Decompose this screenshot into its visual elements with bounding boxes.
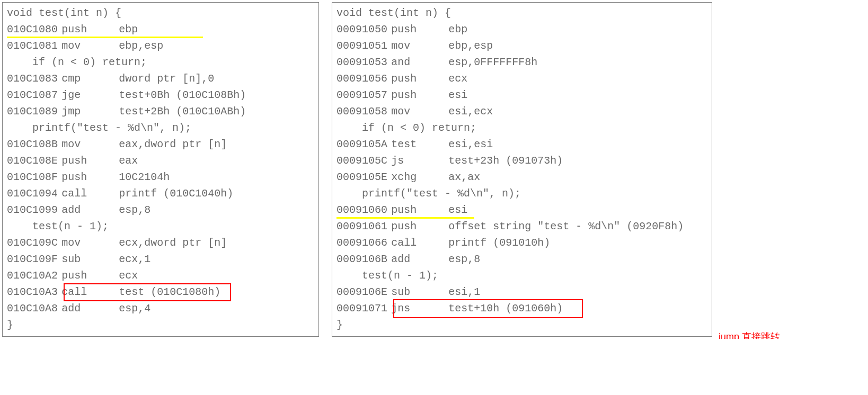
asm-line: 010C1089 jmp test+2Bh (010C10ABh) <box>7 103 314 120</box>
src-line: } <box>7 317 314 333</box>
operand: ebp,esp <box>448 38 493 54</box>
asm-line: 010C1083 cmp dword ptr [n],0 <box>7 70 314 87</box>
mnemonic: push <box>61 169 119 185</box>
mnemonic: mov <box>61 38 119 54</box>
operand: test+10h (091060h) <box>448 300 563 317</box>
src-text: } <box>336 317 343 333</box>
annotation-text: jump 直接跳转 <box>719 330 780 339</box>
operand: esi,1 <box>448 284 480 300</box>
src-line: } <box>336 317 707 333</box>
operand: ecx <box>119 267 138 284</box>
mnemonic: mov <box>61 235 119 251</box>
address: 010C1089 <box>7 103 61 120</box>
address: 00091071 <box>336 300 391 317</box>
asm-line: 010C1087 jge test+0Bh (010C108Bh) <box>7 87 314 103</box>
mnemonic: push <box>61 267 119 284</box>
address: 010C108B <box>7 136 61 152</box>
mnemonic: push <box>61 21 119 38</box>
mnemonic: sub <box>391 284 448 300</box>
asm-line: 00091071 jns test+10h (091060h) <box>336 300 707 317</box>
src-line: printf("test - %d\n", n); <box>336 185 707 202</box>
address: 010C108F <box>7 169 61 185</box>
asm-line: 010C1080 push ebp <box>7 21 314 38</box>
mnemonic: add <box>61 202 119 218</box>
address: 00091061 <box>336 218 391 235</box>
address: 0009106B <box>336 251 391 267</box>
operand: esp,8 <box>119 202 150 218</box>
operand: esp,8 <box>448 251 480 267</box>
address: 010C10A8 <box>7 300 61 317</box>
address: 00091060 <box>336 202 391 218</box>
address: 00091056 <box>336 70 391 87</box>
src-line: if (n < 0) return; <box>336 120 707 136</box>
asm-line: 0009105E xchg ax,ax <box>336 169 707 185</box>
address: 0009106E <box>336 284 391 300</box>
mnemonic: call <box>61 284 119 300</box>
asm-line: 010C10A3 call test (010C1080h) <box>7 284 314 300</box>
address: 010C1094 <box>7 185 61 202</box>
src-text: test(n - 1); <box>32 218 109 235</box>
address: 010C1087 <box>7 87 61 103</box>
address: 010C1099 <box>7 202 61 218</box>
operand: eax,dword ptr [n] <box>119 136 227 152</box>
asm-line: 0009106E sub esi,1 <box>336 284 707 300</box>
asm-line: 010C10A8 add esp,4 <box>7 300 314 317</box>
operand: esi <box>448 87 467 103</box>
asm-line: 0009106B add esp,8 <box>336 251 707 267</box>
mnemonic: mov <box>391 103 448 120</box>
asm-line: 00091066 call printf (091010h) <box>336 235 707 251</box>
address: 010C1081 <box>7 38 61 54</box>
mnemonic: js <box>391 152 448 169</box>
operand: ax,ax <box>448 169 480 185</box>
mnemonic: mov <box>61 136 119 152</box>
operand: test+23h (091073h) <box>448 152 563 169</box>
asm-line: 010C1094 call printf (010C1040h) <box>7 185 314 202</box>
mnemonic: and <box>391 54 448 70</box>
src-line: printf("test - %d\n", n); <box>7 120 314 136</box>
src-text: void test(int n) { <box>336 5 451 21</box>
src-text: test(n - 1); <box>362 267 438 284</box>
operand: esp,4 <box>119 300 150 317</box>
mnemonic: call <box>61 185 119 202</box>
mnemonic: push <box>391 218 448 235</box>
address: 00091058 <box>336 103 391 120</box>
address: 010C109C <box>7 235 61 251</box>
asm-line: 00091050 push ebp <box>336 21 707 38</box>
asm-line: 0009105C js test+23h (091073h) <box>336 152 707 169</box>
address: 010C109F <box>7 251 61 267</box>
asm-line: 010C108B mov eax,dword ptr [n] <box>7 136 314 152</box>
operand: test (010C1080h) <box>119 284 220 300</box>
operand: ecx,1 <box>119 251 150 267</box>
operand: ecx,dword ptr [n] <box>119 235 227 251</box>
operand: 10C2104h <box>119 169 170 185</box>
mnemonic: jns <box>391 300 448 317</box>
operand: printf (091010h) <box>448 235 550 251</box>
operand: esi,ecx <box>448 103 493 120</box>
src-text: if (n < 0) return; <box>362 120 476 136</box>
operand: test+0Bh (010C108Bh) <box>119 87 246 103</box>
asm-line: 010C108E push eax <box>7 152 314 169</box>
operand: ebp <box>119 21 138 38</box>
mnemonic: jge <box>61 87 119 103</box>
mnemonic: mov <box>391 38 448 54</box>
mnemonic: test <box>391 136 448 152</box>
operand: dword ptr [n],0 <box>119 70 214 87</box>
src-text: if (n < 0) return; <box>32 54 147 70</box>
src-line: void test(int n) { <box>7 5 314 21</box>
asm-line: 00091057 push esi <box>336 87 707 103</box>
src-text: } <box>7 317 13 333</box>
operand: printf (010C1040h) <box>119 185 233 202</box>
address: 010C10A3 <box>7 284 61 300</box>
mnemonic: add <box>61 300 119 317</box>
mnemonic: cmp <box>61 70 119 87</box>
asm-line: 00091058 mov esi,ecx <box>336 103 707 120</box>
address: 010C1083 <box>7 70 61 87</box>
mnemonic: xchg <box>391 169 448 185</box>
mnemonic: push <box>391 21 448 38</box>
asm-line: 010C1081 mov ebp,esp <box>7 38 314 54</box>
mnemonic: push <box>391 87 448 103</box>
operand: ecx <box>448 70 467 87</box>
operand: test+2Bh (010C10ABh) <box>119 103 246 120</box>
mnemonic: push <box>61 152 119 169</box>
address: 00091053 <box>336 54 391 70</box>
